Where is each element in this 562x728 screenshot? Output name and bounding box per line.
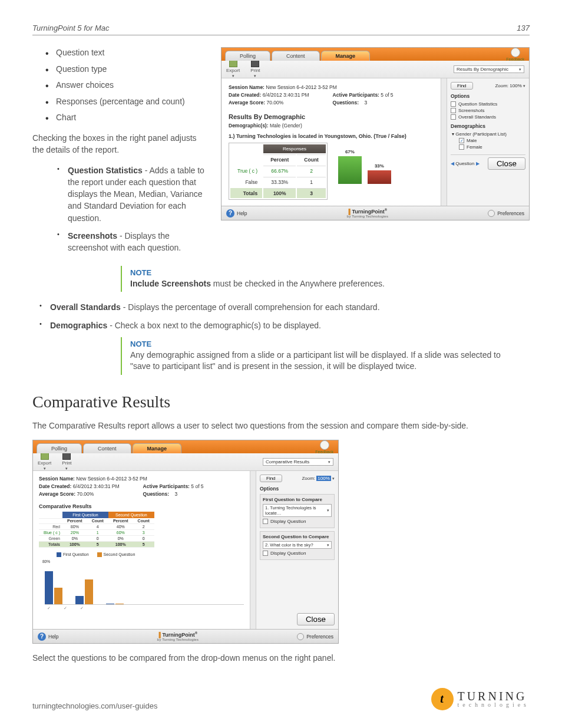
- bullet-item: Responses (percentage and count): [56, 96, 209, 108]
- tab-polling[interactable]: Polling: [225, 51, 270, 61]
- question-text: 1.) Turning Technologies is located in Y…: [229, 133, 434, 139]
- gear-icon: [297, 633, 304, 640]
- app-tab-bar: Polling Content Manage Feedback: [222, 48, 529, 61]
- page-header: TurningPoint 5 for Mac 137: [32, 24, 530, 35]
- chart-legend: First Question Second Question: [57, 552, 244, 557]
- bullet-item: Chart: [56, 112, 209, 124]
- turning-technologies-logo: t TURNINGtechnologies: [431, 688, 530, 710]
- tab-manage[interactable]: Manage: [321, 51, 371, 61]
- comparative-outro: Select the questions to be compared from…: [32, 652, 530, 664]
- tab-polling[interactable]: Polling: [37, 443, 82, 453]
- demographic-female[interactable]: Female: [459, 144, 525, 150]
- bullet-item: Answer choices: [56, 80, 209, 91]
- help-icon: ?: [226, 209, 234, 218]
- close-button[interactable]: Close: [488, 157, 525, 170]
- export-icon: [229, 60, 237, 67]
- comparative-table: First QuestionSecond Question PercentCou…: [39, 512, 154, 548]
- second-question-dropdown[interactable]: 2. What color is the sky?▾: [263, 541, 332, 549]
- comparative-results-screenshot: Polling Content Manage Feedback Export▾ …: [32, 440, 339, 644]
- detail-item: Screenshots - Displays the screenshot wi…: [68, 230, 209, 254]
- feedback-button[interactable]: Feedback: [315, 440, 333, 454]
- bar-true: [338, 156, 362, 184]
- page-footer: turningtechnologies.com/user-guides t TU…: [32, 688, 530, 710]
- footer-url: turningtechnologies.com/user-guides: [32, 701, 157, 710]
- export-button[interactable]: Export▾: [38, 453, 51, 471]
- page-number: 137: [517, 24, 530, 32]
- note-demographics: NOTE Any demographic assigned from a sli…: [121, 337, 510, 375]
- results-bar-chart: 67% 33%: [338, 143, 391, 184]
- logo-mark: t: [431, 688, 454, 710]
- chevron-down-icon: ▾: [254, 74, 256, 78]
- tab-content[interactable]: Content: [83, 443, 131, 453]
- feedback-button[interactable]: Feedback: [506, 48, 524, 61]
- find-button[interactable]: Find: [451, 82, 473, 90]
- question-nav[interactable]: ◀ Question ▶: [451, 161, 480, 166]
- feedback-icon: [511, 48, 520, 57]
- export-icon: [41, 453, 49, 460]
- option-screenshots[interactable]: Screenshots: [451, 108, 525, 113]
- display-question-1[interactable]: Display Question: [263, 519, 332, 524]
- chevron-down-icon: ▾: [519, 67, 521, 72]
- feature-bullets: Question text Question type Answer choic…: [32, 47, 209, 124]
- help-button[interactable]: ?Help: [38, 633, 58, 641]
- results-by-demographic-screenshot: Polling Content Manage Feedback Export▾ …: [221, 47, 530, 220]
- print-icon: [251, 60, 259, 67]
- report-type-dropdown[interactable]: Comparative Results▾: [263, 458, 333, 466]
- comparative-intro: The Comparative Results report allows a …: [32, 420, 530, 431]
- bar-false: [368, 170, 391, 184]
- options-panel: Find Zoom: 100% ▾ Options Question Stati…: [447, 78, 529, 206]
- help-icon: ?: [38, 633, 46, 641]
- bullet-item: Question type: [56, 64, 209, 75]
- comparative-results-heading: Comparative Results: [32, 393, 530, 411]
- preferences-button[interactable]: Preferences: [297, 633, 333, 640]
- chevron-down-icon: ▾: [232, 74, 234, 78]
- display-question-2[interactable]: Display Question: [263, 551, 332, 556]
- option-question-statistics[interactable]: Question Statistics: [451, 101, 525, 107]
- preferences-button[interactable]: Preferences: [488, 210, 524, 217]
- print-icon: [62, 453, 71, 460]
- bullet-item: Question text: [56, 47, 209, 59]
- scrollbar[interactable]: [250, 471, 256, 629]
- demographic-male[interactable]: ✓Male: [459, 138, 525, 143]
- chevron-down-icon[interactable]: ▾: [523, 84, 525, 88]
- turningpoint-logo: ▐ TurningPoint®by Turning Technologies: [157, 631, 199, 641]
- option-overall-standards[interactable]: Overall Standards: [451, 114, 525, 120]
- app-toolbar: Export▾ Print▾ Results By Demographic▾: [222, 61, 529, 78]
- close-button[interactable]: Close: [297, 613, 335, 625]
- intro-para: Checking the boxes in the right panel ad…: [32, 132, 209, 156]
- detail-item: Overall Standards - Displays the percent…: [50, 301, 530, 313]
- detail-item: Demographics - Check a box next to the d…: [50, 319, 530, 331]
- gear-icon: [488, 210, 495, 217]
- comparative-bar-chart: [45, 564, 244, 605]
- detail-item: Question Statistics - Adds a table to th…: [68, 164, 209, 224]
- tab-content[interactable]: Content: [272, 51, 320, 61]
- responses-table: Responses PercentCount True ( c )66.67%2…: [229, 143, 328, 200]
- report-section-title: Results By Demographic: [229, 113, 434, 120]
- find-button[interactable]: Find: [260, 475, 282, 482]
- options-panel: Find Zoom: 100% ▾ Options First Question…: [256, 471, 338, 629]
- help-button[interactable]: ?Help: [226, 209, 247, 218]
- export-button[interactable]: Export▾: [226, 60, 240, 78]
- note-screenshots: NOTE Include Screenshots must be checked…: [121, 266, 510, 292]
- feedback-icon: [320, 440, 329, 450]
- first-question-dropdown[interactable]: 1. Turning Technologies is locate…▾: [263, 504, 332, 517]
- tab-manage[interactable]: Manage: [133, 443, 182, 453]
- report-type-dropdown[interactable]: Results By Demographic▾: [454, 65, 524, 73]
- doc-title: TurningPoint 5 for Mac: [32, 24, 110, 32]
- print-button[interactable]: Print▾: [62, 453, 71, 471]
- turningpoint-logo: ▐ TurningPoint®by Turning Technologies: [347, 208, 388, 218]
- scrollbar[interactable]: [441, 78, 447, 206]
- print-button[interactable]: Print▾: [250, 60, 260, 78]
